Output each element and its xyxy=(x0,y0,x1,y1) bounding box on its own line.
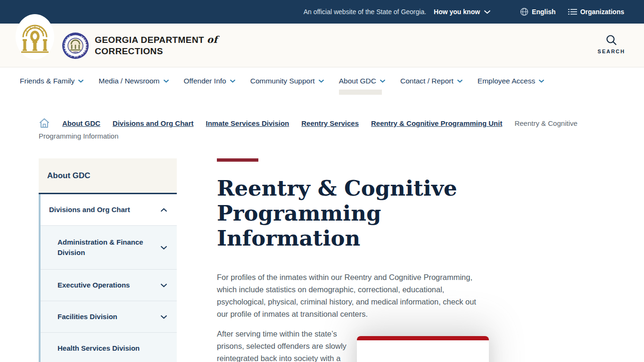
nav-about-gdc[interactable]: About GDC xyxy=(339,76,386,86)
nav-contact-report[interactable]: Contact / Report xyxy=(400,76,463,86)
section-sidebar: About GDC Divisions and Org Chart Admini… xyxy=(39,158,177,362)
nav-media-newsroom[interactable]: Media / Newsroom xyxy=(99,76,169,86)
chevron-down-icon xyxy=(230,79,236,83)
breadcrumb: About GDCDivisions and Org ChartInmate S… xyxy=(39,118,593,141)
body-paragraph: After serving time within the state’s pr… xyxy=(217,328,355,362)
search-label: SEARCH xyxy=(598,49,625,54)
language-label: English xyxy=(532,8,556,16)
chevron-down-icon xyxy=(457,79,463,83)
globe-icon xyxy=(520,8,528,16)
georgia-arch-logo[interactable] xyxy=(16,14,54,59)
chevron-down-icon xyxy=(160,283,167,288)
nav-label: Friends & Family xyxy=(20,77,74,85)
breadcrumb-link[interactable]: Divisions and Org Chart xyxy=(113,119,194,127)
how-you-know-label: How you know xyxy=(434,8,480,16)
home-icon xyxy=(39,118,50,128)
breadcrumb-link[interactable]: Reentry & Cognitive Programming Unit xyxy=(371,119,502,127)
active-nav-indicator xyxy=(339,90,382,95)
title-accent-bar xyxy=(217,158,258,162)
card-red-top-bar xyxy=(357,336,489,340)
government-banner: An official website of the State of Geor… xyxy=(0,0,644,24)
nav-label: Offender Info xyxy=(184,77,226,85)
chevron-down-icon xyxy=(318,79,324,83)
gdc-seal-logo: DEPARTMENT OF CORRECTIONS 1874 xyxy=(62,32,89,61)
official-website-text: An official website of the State of Geor… xyxy=(304,8,426,16)
georgia-arch-icon xyxy=(19,20,50,53)
agency-name-line2: CORRECTIONS xyxy=(95,46,163,56)
chevron-down-icon xyxy=(538,79,545,83)
sidebar-item-health-services-division[interactable]: Health Services Division xyxy=(41,333,177,362)
breadcrumb-link[interactable]: Inmate Services Division xyxy=(206,119,289,127)
nav-label: Media / Newsroom xyxy=(99,77,159,85)
sidebar-item-label: Administration & Finance Division xyxy=(58,237,152,258)
nav-community-support[interactable]: Community Support xyxy=(250,76,324,86)
breadcrumb-home-link[interactable] xyxy=(39,118,50,131)
organizations-button[interactable]: Organizations xyxy=(568,8,624,16)
sidebar-menu: Divisions and Org Chart Administration &… xyxy=(39,194,177,362)
list-icon xyxy=(568,8,577,15)
language-button[interactable]: English xyxy=(520,8,556,16)
sidebar-item-administration-finance[interactable]: Administration & Finance Division xyxy=(41,226,177,270)
sidebar-item-label: Health Services Division xyxy=(58,343,140,354)
chevron-down-icon xyxy=(380,79,386,83)
chevron-down-icon xyxy=(160,315,167,319)
second-section: After serving time within the state’s pr… xyxy=(217,328,488,362)
nav-label: Community Support xyxy=(250,77,315,85)
nav-offender-info[interactable]: Offender Info xyxy=(184,76,236,86)
search-icon xyxy=(605,34,618,46)
sidebar-title[interactable]: About GDC xyxy=(39,158,177,194)
sidebar-item-label: Facilities Division xyxy=(58,312,117,322)
chevron-up-icon xyxy=(160,208,167,212)
sidebar-item-divisions-org-chart[interactable]: Divisions and Org Chart xyxy=(41,194,177,226)
site-header: DEPARTMENT OF CORRECTIONS 1874 GEORGIA D… xyxy=(0,24,644,67)
page-layout: About GDC Divisions and Org Chart Admini… xyxy=(0,158,644,362)
agency-title[interactable]: GEORGIA DEPARTMENT of CORRECTIONS xyxy=(95,34,217,57)
agency-name-line1: GEORGIA DEPARTMENT xyxy=(95,35,204,45)
how-you-know-button[interactable]: How you know xyxy=(434,8,491,16)
nav-label: Employee Access xyxy=(478,77,535,85)
main-navigation: Friends & Family Media / Newsroom Offend… xyxy=(0,67,644,101)
content-card xyxy=(357,336,489,362)
sidebar-item-executive-operations[interactable]: Executive Operations xyxy=(41,270,177,301)
sidebar-item-facilities-division[interactable]: Facilities Division xyxy=(41,301,177,333)
chevron-down-icon xyxy=(160,246,167,250)
nav-label: Contact / Report xyxy=(400,77,454,85)
organizations-label: Organizations xyxy=(580,8,624,16)
search-button[interactable]: SEARCH xyxy=(598,34,625,54)
sidebar-item-label: Divisions and Org Chart xyxy=(49,205,130,215)
breadcrumb-link[interactable]: Reentry Services xyxy=(301,119,359,127)
chevron-down-icon xyxy=(484,10,491,14)
chevron-down-icon xyxy=(163,79,169,83)
nav-label: About GDC xyxy=(339,77,376,85)
breadcrumb-link[interactable]: About GDC xyxy=(62,119,100,127)
nav-employee-access[interactable]: Employee Access xyxy=(478,76,545,86)
svg-text:1874: 1874 xyxy=(73,51,78,54)
sidebar-item-label: Executive Operations xyxy=(58,280,130,290)
intro-paragraph: For profiles of the inmates within our R… xyxy=(217,271,488,320)
main-content: Reentry & Cognitive Programming Informat… xyxy=(217,158,488,362)
chevron-down-icon xyxy=(78,79,84,83)
sidebar-title-label: About GDC xyxy=(47,171,91,181)
page-title: Reentry & Cognitive Programming Informat… xyxy=(217,176,481,251)
nav-friends-family[interactable]: Friends & Family xyxy=(20,76,84,86)
agency-name-of: of xyxy=(207,34,218,45)
